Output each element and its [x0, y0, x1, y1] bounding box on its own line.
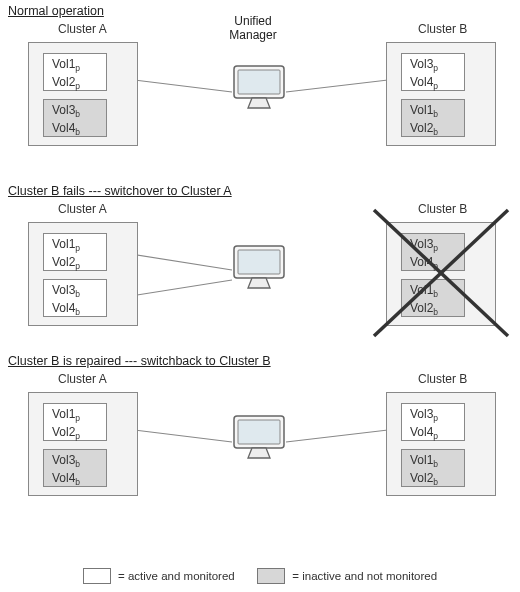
cluster-a-label-3: Cluster A	[58, 372, 107, 386]
cluster-a-label-2: Cluster A	[58, 202, 107, 216]
vol4p-label: Vol4	[410, 75, 433, 89]
v3b-s3: b	[75, 459, 80, 469]
v4b-l3: Vol4	[52, 471, 75, 485]
cluster-a-box: Vol1p Vol2p Vol3b Vol4b	[28, 42, 138, 146]
v2b-s3: b	[433, 478, 438, 488]
vol-box-b-primary: Vol3p Vol4p	[401, 53, 465, 91]
v3p-s3: p	[433, 413, 438, 423]
legend: = active and monitored = inactive and no…	[0, 568, 520, 584]
row-switchover: Cluster A Cluster B Vol1p Vol2p Vol3b Vo…	[0, 200, 520, 350]
row-normal: Cluster A Unified Manager Cluster B Vol1…	[0, 20, 520, 180]
legend-inactive-text: = inactive and not monitored	[292, 570, 437, 582]
vol3p-label: Vol3	[410, 57, 433, 71]
vol3p-sub: p	[433, 63, 438, 73]
vol-box-a-backup: Vol3b Vol4b	[43, 99, 107, 137]
vol2b-label: Vol2	[410, 121, 433, 135]
vol2b-sub: b	[433, 128, 438, 138]
vol1-sub: p	[75, 63, 80, 73]
monitor-icon-2	[230, 242, 288, 288]
section-2-title: Cluster B fails --- switchover to Cluste…	[0, 180, 520, 200]
um-line2: Manager	[229, 28, 276, 42]
v1b-s3: b	[433, 459, 438, 469]
vol3b-label: Vol3	[52, 103, 75, 117]
v4p-s3: p	[433, 432, 438, 442]
monitor-icon-3	[230, 412, 288, 458]
v2-s3: p	[75, 432, 80, 442]
vol1-label: Vol1	[52, 57, 75, 71]
v4p-l3: Vol4	[410, 425, 433, 439]
unified-manager-label: Unified Manager	[218, 14, 288, 42]
v2-l3: Vol2	[52, 425, 75, 439]
v1-l2: Vol1	[52, 237, 75, 251]
section-3-title: Cluster B is repaired --- switchback to …	[0, 350, 520, 370]
cluster-b-box: Vol3p Vol4p Vol1b Vol2b	[386, 42, 496, 146]
v2-s2: p	[75, 262, 80, 272]
vol-box-b-backup: Vol1b Vol2b	[401, 99, 465, 137]
v3b-l3: Vol3	[52, 453, 75, 467]
v1-s3: p	[75, 413, 80, 423]
legend-active-swatch	[83, 568, 111, 584]
cluster-a-box-2: Vol1p Vol2p Vol3b Vol4b	[28, 222, 138, 326]
monitor-icon	[230, 62, 288, 108]
v3b-s2: b	[75, 289, 80, 299]
v1-s2: p	[75, 243, 80, 253]
svg-rect-7	[238, 250, 280, 274]
v4b-l2: Vol4	[52, 301, 75, 315]
cluster-a-box-3: Vol1p Vol2p Vol3b Vol4b	[28, 392, 138, 496]
v3p-l3: Vol3	[410, 407, 433, 421]
row-switchback: Cluster A Cluster B Vol1p Vol2p Vol3b Vo…	[0, 370, 520, 520]
svg-rect-13	[238, 420, 280, 444]
legend-active-text: = active and monitored	[118, 570, 235, 582]
vol2-label: Vol2	[52, 75, 75, 89]
vol3b-sub: b	[75, 109, 80, 119]
v2b-l3: Vol2	[410, 471, 433, 485]
vol-box-a-primary-3: Vol1p Vol2p	[43, 403, 107, 441]
legend-inactive-swatch	[257, 568, 285, 584]
cluster-a-label: Cluster A	[58, 22, 107, 36]
vol-box-b-primary-3: Vol3p Vol4p	[401, 403, 465, 441]
vol4b-sub: b	[75, 128, 80, 138]
failed-x-icon	[368, 204, 514, 344]
vol-box-a-primary: Vol1p Vol2p	[43, 53, 107, 91]
v1b-l3: Vol1	[410, 453, 433, 467]
v2-l2: Vol2	[52, 255, 75, 269]
vol1b-sub: b	[433, 109, 438, 119]
vol1b-label: Vol1	[410, 103, 433, 117]
vol-box-b-backup-3: Vol1b Vol2b	[401, 449, 465, 487]
v4b-s2: b	[75, 308, 80, 318]
vol2-sub: p	[75, 82, 80, 92]
vol-box-a-backup-3: Vol3b Vol4b	[43, 449, 107, 487]
cluster-b-label: Cluster B	[418, 22, 467, 36]
v3b-l2: Vol3	[52, 283, 75, 297]
vol4p-sub: p	[433, 82, 438, 92]
v1-l3: Vol1	[52, 407, 75, 421]
cluster-b-label-3: Cluster B	[418, 372, 467, 386]
um-line1: Unified	[234, 14, 271, 28]
vol-box-a-primary-2: Vol1p Vol2p	[43, 233, 107, 271]
vol-box-a-takenover: Vol3b Vol4b	[43, 279, 107, 317]
v4b-s3: b	[75, 478, 80, 488]
svg-rect-3	[238, 70, 280, 94]
cluster-b-box-3: Vol3p Vol4p Vol1b Vol2b	[386, 392, 496, 496]
vol4b-label: Vol4	[52, 121, 75, 135]
